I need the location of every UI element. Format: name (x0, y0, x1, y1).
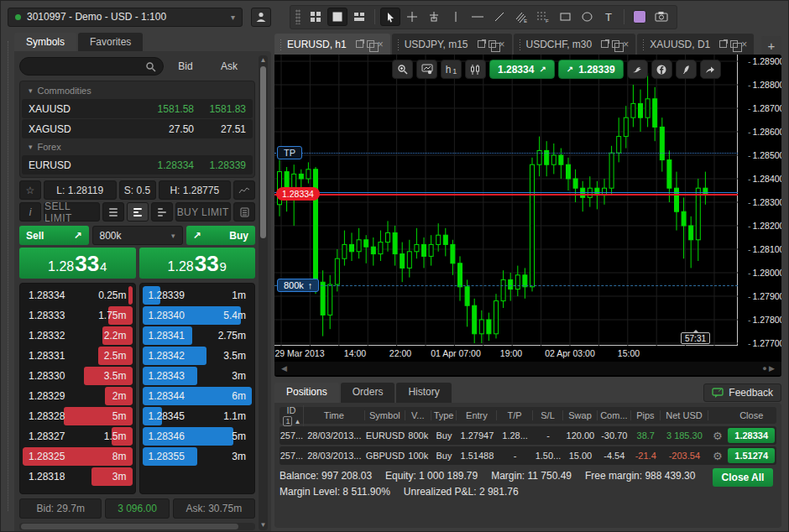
symbol-row-xagusd[interactable]: XAGUSD 27.50 27.51 (22, 119, 253, 138)
tab-positions[interactable]: Positions (274, 383, 339, 403)
symbol-search-input[interactable] (27, 60, 145, 72)
popout-icon[interactable] (601, 40, 609, 48)
tab-orders[interactable]: Orders (341, 383, 395, 403)
buy-price-button[interactable]: 1.28339 (139, 248, 256, 279)
popout-icon[interactable] (356, 40, 363, 48)
position-entry-line[interactable] (274, 285, 738, 286)
position-settings-gear-icon[interactable]: ⚙ (708, 450, 726, 462)
zoom-button[interactable] (392, 60, 413, 79)
column-header-type[interactable]: Type (431, 410, 457, 420)
symbol-group-header[interactable]: ▾Commodities (22, 83, 253, 98)
column-header-symbol[interactable]: Symbol (365, 410, 405, 420)
trend-line-tool-button[interactable] (489, 8, 509, 26)
panel-splitter-handle[interactable] (8, 41, 11, 511)
dom-buy-row[interactable]: 1.283433m (143, 367, 253, 385)
sell-button[interactable]: Sell ↗ (19, 226, 89, 245)
scroll-down-icon[interactable]: ▼ (260, 521, 267, 529)
favorite-star-button[interactable]: ☆ (19, 180, 41, 200)
news-button[interactable] (233, 202, 255, 222)
multi-chart-layout-button[interactable] (306, 8, 326, 26)
chart-area[interactable]: TP 800k↑ 57:31 1.289001.288001.287001.28… (274, 55, 781, 377)
price-axis[interactable]: 1.289001.288001.287001.286001.285001.284… (741, 55, 781, 346)
dom-buy-row[interactable]: 1.283446m (143, 387, 253, 405)
tab-favorites[interactable]: Favorites (78, 33, 143, 51)
dom-buy-row[interactable]: 1.283553m (143, 447, 253, 466)
positions-table-header[interactable]: ID 1▲TimeSymbolV...TypeEntryT/PS/LSwapCo… (280, 407, 776, 424)
dom-sell-row[interactable]: 1.283322.2m (23, 326, 133, 345)
popout-icon[interactable] (719, 40, 727, 48)
take-profit-line[interactable] (274, 153, 738, 154)
dom-buy-row[interactable]: 1.283405.4m (143, 306, 253, 325)
duplicate-icon[interactable] (489, 40, 496, 48)
dom-sell-row[interactable]: 1.283292m (23, 387, 133, 405)
position-settings-gear-icon[interactable]: ⚙ (708, 430, 726, 442)
cursor-tool-button[interactable] (380, 8, 400, 26)
popout-icon[interactable] (478, 40, 485, 48)
column-header-pips[interactable]: Pips (631, 410, 661, 420)
column-header-time[interactable]: Time (304, 410, 365, 420)
dom-sell-row[interactable]: 1.283183m (23, 467, 133, 486)
ellipse-tool-button[interactable] (577, 8, 597, 26)
volume-dropdown[interactable]: 800k ▾ (92, 226, 183, 245)
screenshot-button[interactable] (651, 8, 671, 26)
close-icon[interactable]: × (378, 40, 384, 49)
sell-price-button[interactable]: 1.28334 (19, 248, 136, 279)
chart-tab-eurusd[interactable]: EURUSD, h1 × (274, 34, 390, 55)
fibonacci-tool-button[interactable]: F (533, 8, 553, 26)
chart-tab-usdjpy[interactable]: USDJPY, m15 × (392, 34, 512, 55)
share-facebook-button[interactable] (651, 60, 672, 79)
symbol-info-button[interactable]: i (19, 202, 41, 222)
symbol-row-eurusd[interactable]: EURUSD 1.28334 1.28339 (22, 155, 253, 175)
share-link-button[interactable] (700, 60, 721, 79)
column-header-close[interactable]: Close (726, 410, 776, 420)
user-account-button[interactable] (251, 8, 271, 27)
scroll-up-icon[interactable]: ▲ (260, 57, 267, 64)
scroll-left-icon[interactable]: ◀ (281, 364, 287, 373)
dom-sell-row[interactable]: 1.283303.5m (23, 367, 133, 385)
close-position-button[interactable]: 1.28334 (728, 428, 775, 443)
close-icon[interactable]: × (741, 40, 747, 49)
symbol-row-xauusd[interactable]: XAUUSD 1581.58 1581.83 (22, 99, 253, 118)
duplicate-icon[interactable] (612, 40, 619, 48)
rectangle-tool-button[interactable] (555, 8, 575, 26)
duplicate-icon[interactable] (367, 40, 374, 48)
buy-button[interactable]: ↗ Buy (186, 226, 256, 245)
duplicate-icon[interactable] (730, 40, 738, 48)
dom-sell-row[interactable]: 1.283285m (23, 407, 133, 425)
buy-limit-button[interactable]: BUY LIMIT (175, 202, 232, 222)
symbol-group-header[interactable]: ▾Forex (22, 139, 253, 154)
text-tool-button[interactable]: T (598, 8, 619, 26)
close-icon[interactable]: × (499, 40, 505, 49)
chart-sell-button[interactable]: 1.28334↗ (489, 60, 555, 79)
dom-sell-row[interactable]: 1.283258m (23, 447, 133, 466)
close-position-button[interactable]: 1.51274 (728, 448, 775, 463)
column-header-entry[interactable]: Entry (457, 410, 497, 420)
take-profit-label[interactable]: TP (277, 146, 302, 159)
dom-buy-row[interactable]: 1.283423.5m (143, 347, 253, 365)
horizontal-scrollbar[interactable] (19, 523, 255, 530)
vertical-line-tool-button[interactable] (446, 8, 466, 26)
chart-buy-button[interactable]: ↗1.28339 (558, 60, 624, 79)
position-row-eurusd[interactable]: 257...28/03/2013...EURUSD800kBuy1.279471… (280, 426, 776, 445)
column-header-netusd[interactable]: Net USD (661, 410, 709, 420)
split-chart-layout-button[interactable] (349, 8, 369, 26)
column-header-swap[interactable]: Swap (563, 410, 597, 420)
single-chart-layout-button[interactable] (327, 8, 347, 26)
close-icon[interactable]: × (623, 40, 629, 49)
share-twitter-button[interactable] (627, 60, 648, 79)
column-header-sl[interactable]: S/L (533, 410, 564, 420)
column-header-id[interactable]: ID 1▲ (280, 405, 304, 426)
feedback-button[interactable]: Feedback (703, 383, 781, 402)
equidistant-channel-tool-button[interactable]: E (511, 8, 531, 26)
scroll-right-icon[interactable]: ● ▶ (762, 364, 775, 373)
dom-sell-row[interactable]: 1.283331.75m (23, 306, 133, 325)
column-header-com[interactable]: Com... (598, 410, 631, 420)
dom-sell-row[interactable]: 1.283312.5m (23, 347, 133, 365)
measure-tool-button[interactable] (424, 8, 444, 26)
dom-buy-row[interactable]: 1.283412.75m (143, 326, 253, 345)
dom-buy-row[interactable]: 1.283451.1m (143, 407, 253, 425)
view-mode-list-button[interactable] (102, 202, 124, 222)
sell-limit-button[interactable]: SELL LIMIT (44, 202, 100, 222)
toolbar-drag-handle[interactable] (295, 9, 300, 24)
column-header-v[interactable]: V... (405, 410, 431, 420)
